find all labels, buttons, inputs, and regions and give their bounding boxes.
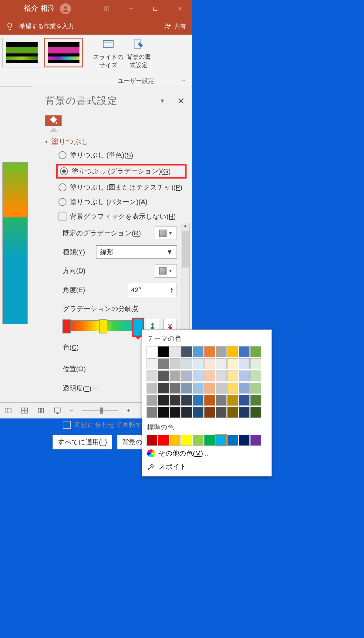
standard-color-swatch[interactable]: [216, 435, 227, 446]
share-button[interactable]: 共有: [164, 22, 186, 30]
standard-color-swatch[interactable]: [204, 435, 215, 446]
theme-color-swatch[interactable]: [170, 407, 180, 418]
theme-color-swatch[interactable]: [158, 395, 169, 406]
theme-color-swatch[interactable]: [193, 370, 204, 381]
theme-color-swatch[interactable]: [193, 346, 204, 357]
theme-color-swatch[interactable]: [250, 358, 261, 369]
theme-color-swatch[interactable]: [158, 407, 169, 418]
theme-color-swatch[interactable]: [239, 358, 250, 369]
theme-color-swatch[interactable]: [170, 358, 180, 369]
theme-color-swatch[interactable]: [147, 407, 157, 418]
theme-color-swatch[interactable]: [216, 358, 227, 369]
theme-color-swatch[interactable]: [147, 383, 157, 394]
collapse-ribbon-icon[interactable]: ︿: [181, 76, 187, 84]
variants-gallery[interactable]: [0, 38, 83, 67]
variant-2-selected[interactable]: [44, 38, 83, 67]
theme-color-swatch[interactable]: [181, 407, 192, 418]
theme-color-swatch[interactable]: [216, 383, 227, 394]
theme-color-swatch[interactable]: [204, 358, 215, 369]
theme-color-swatch[interactable]: [204, 370, 215, 381]
theme-color-swatch[interactable]: [170, 383, 180, 394]
standard-color-swatch[interactable]: [193, 435, 204, 446]
theme-color-swatch[interactable]: [147, 395, 157, 406]
theme-color-swatch[interactable]: [181, 370, 192, 381]
close-window-button[interactable]: [167, 0, 192, 18]
theme-color-swatch[interactable]: [170, 346, 180, 357]
slide-thumbnail[interactable]: [0, 157, 30, 330]
theme-color-swatch[interactable]: [204, 407, 215, 418]
apply-to-all-button[interactable]: すべてに適用(L): [52, 435, 112, 449]
theme-color-swatch[interactable]: [181, 358, 192, 369]
zoom-out-button[interactable]: −: [70, 407, 73, 414]
standard-color-swatch[interactable]: [170, 435, 180, 446]
theme-color-swatch[interactable]: [216, 407, 227, 418]
slide-size-button[interactable]: スライドの サイズ: [93, 38, 123, 69]
theme-color-swatch[interactable]: [181, 346, 192, 357]
theme-color-swatch[interactable]: [147, 358, 157, 369]
slideshow-view-icon[interactable]: [53, 407, 61, 415]
theme-color-swatch[interactable]: [227, 383, 238, 394]
theme-color-swatch[interactable]: [239, 407, 250, 418]
theme-color-swatch[interactable]: [170, 395, 180, 406]
theme-color-swatch[interactable]: [250, 370, 261, 381]
angle-spinner[interactable]: 42° ▲▼: [128, 283, 177, 297]
pane-options-dropdown[interactable]: ▼: [160, 98, 165, 104]
fill-solid-radio[interactable]: 塗りつぶし (単色)(S): [59, 151, 184, 160]
theme-color-swatch[interactable]: [239, 383, 250, 394]
fill-picture-radio[interactable]: 塗りつぶし (図またはテクスチャ)(P): [59, 183, 184, 192]
theme-color-swatch[interactable]: [158, 346, 169, 357]
standard-color-swatch[interactable]: [239, 435, 250, 446]
gradient-direction-picker[interactable]: ▼: [155, 264, 177, 278]
maximize-button[interactable]: [143, 0, 167, 18]
standard-color-swatch[interactable]: [158, 435, 169, 446]
theme-color-swatch[interactable]: [227, 358, 238, 369]
theme-color-swatch[interactable]: [193, 407, 204, 418]
fill-tab-icon[interactable]: [45, 115, 62, 126]
theme-color-swatch[interactable]: [158, 358, 169, 369]
theme-color-swatch[interactable]: [239, 346, 250, 357]
fill-pattern-radio[interactable]: 塗りつぶし (パターン)(A): [59, 197, 184, 206]
theme-color-swatch[interactable]: [147, 370, 157, 381]
theme-color-swatch[interactable]: [181, 395, 192, 406]
more-colors-link[interactable]: その他の色(M)...: [147, 446, 267, 459]
gradient-stops-track[interactable]: [63, 320, 142, 331]
theme-color-swatch[interactable]: [147, 346, 157, 357]
theme-color-swatch[interactable]: [193, 395, 204, 406]
ribbon-display-options-button[interactable]: [95, 0, 119, 18]
variant-1[interactable]: [2, 38, 41, 67]
theme-color-swatch[interactable]: [250, 346, 261, 357]
standard-color-swatch[interactable]: [147, 435, 157, 446]
theme-color-swatch[interactable]: [216, 346, 227, 357]
user-avatar-icon[interactable]: [60, 3, 71, 14]
format-background-button[interactable]: 背景の書 式設定: [123, 38, 154, 69]
pane-close-button[interactable]: ✕: [177, 96, 185, 106]
account-name[interactable]: 裕介 相澤: [0, 3, 95, 14]
theme-color-swatch[interactable]: [193, 358, 204, 369]
fill-section-header[interactable]: ▾ 塗りつぶし: [45, 137, 184, 146]
gradient-stop-2[interactable]: [99, 319, 107, 333]
standard-color-swatch[interactable]: [227, 435, 238, 446]
theme-color-swatch[interactable]: [204, 395, 215, 406]
minimize-button[interactable]: [119, 0, 143, 18]
hide-bg-graphics-checkbox[interactable]: 背景グラフィックを表示しない(H): [59, 212, 184, 221]
gradient-type-select[interactable]: 線形▼: [96, 245, 177, 259]
theme-color-swatch[interactable]: [250, 383, 261, 394]
tell-me-text[interactable]: 希望する作業を入力: [19, 22, 74, 30]
standard-color-swatch[interactable]: [181, 435, 192, 446]
reading-view-icon[interactable]: [37, 407, 45, 415]
standard-color-swatch[interactable]: [250, 435, 261, 446]
theme-color-swatch[interactable]: [239, 395, 250, 406]
theme-color-swatch[interactable]: [227, 346, 238, 357]
theme-color-swatch[interactable]: [158, 370, 169, 381]
gradient-stop-1[interactable]: [62, 319, 71, 333]
zoom-slider[interactable]: [82, 410, 118, 411]
fill-gradient-radio[interactable]: 塗りつぶし (グラデーション)(G): [56, 164, 187, 179]
theme-color-swatch[interactable]: [193, 383, 204, 394]
theme-color-swatch[interactable]: [239, 370, 250, 381]
theme-color-swatch[interactable]: [181, 383, 192, 394]
theme-color-swatch[interactable]: [216, 370, 227, 381]
theme-color-swatch[interactable]: [227, 407, 238, 418]
preset-gradient-picker[interactable]: ▼: [155, 227, 177, 240]
theme-color-swatch[interactable]: [204, 383, 215, 394]
theme-color-swatch[interactable]: [250, 407, 261, 418]
